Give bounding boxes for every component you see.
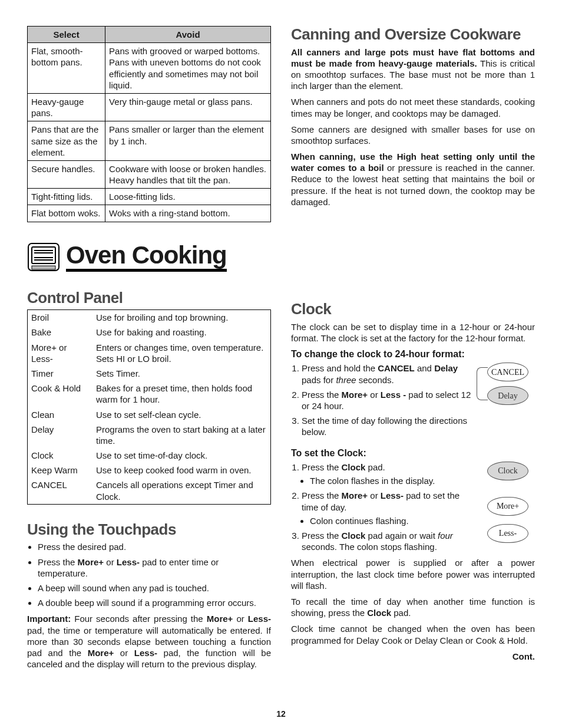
table-row: Cook & HoldBakes for a preset time, then…	[28, 381, 271, 407]
touchpads-heading: Using the Touchpads	[27, 521, 271, 538]
oven-icon	[27, 242, 60, 273]
connector-line	[477, 367, 488, 400]
list-item: Press the More+ or Less- pad to set the …	[302, 490, 477, 526]
list-item: A beep will sound when any pad is touche…	[38, 582, 271, 594]
table-row: More+ or Less-Enters or changes time, ov…	[28, 340, 271, 366]
clock-intro: The clock can be set to display time in …	[291, 321, 535, 344]
more-pad-icon: More+	[487, 497, 528, 516]
table-row: DelayPrograms the oven to start baking a…	[28, 422, 271, 448]
delay-pad-icon: Delay	[487, 386, 528, 405]
list-item: Press the Clock pad again or wait four s…	[302, 530, 477, 552]
canning-p3: Some canners are designed with smaller b…	[291, 124, 535, 146]
table-row: Pans that are the same size as the eleme…	[28, 121, 271, 161]
table-row: BroilUse for broiling and top browning.	[28, 310, 271, 325]
control-panel-table: BroilUse for broiling and top browning.B…	[27, 309, 271, 505]
clock-steps-24h: Press and hold the CANCEL and Delay pads…	[302, 363, 477, 437]
table-row: Keep WarmUse to keep cooked food warm in…	[28, 463, 271, 477]
list-item: Set the time of day following the direct…	[302, 415, 477, 437]
cookware-header-avoid: Avoid	[105, 27, 271, 43]
list-item: Press the More+ or Less- pad to enter ti…	[38, 556, 271, 579]
svg-rect-6	[32, 266, 55, 269]
less-pad-icon: Less-	[487, 524, 528, 543]
page-number: 12	[0, 709, 562, 720]
oven-cooking-banner: Oven Cooking	[27, 242, 271, 273]
canning-heading: Canning and Oversize Cookware	[291, 26, 535, 43]
list-item: A double beep will sound if a programmin…	[38, 597, 271, 608]
oven-cooking-title: Oven Cooking	[66, 243, 227, 272]
clock-after-2: To recall the time of day when another t…	[291, 596, 535, 618]
list-item: Press the Clock pad.The colon flashes in…	[302, 462, 477, 486]
list-item: Press and hold the CANCEL and Delay pads…	[302, 363, 477, 385]
clock-steps-set: Press the Clock pad.The colon flashes in…	[302, 462, 477, 552]
clock-after-3: Clock time cannot be changed when the ov…	[291, 623, 535, 645]
control-panel-heading: Control Panel	[27, 289, 271, 307]
canning-p2: When canners and pots do not meet these …	[291, 96, 535, 118]
table-row: CleanUse to set self-clean cycle.	[28, 407, 271, 422]
clock-sub1: To change the clock to 24-hour format:	[291, 348, 535, 360]
list-item: Press the More+ or Less - pad to select …	[302, 389, 477, 411]
left-column: Select Avoid Flat, smooth-bottom pans.Pa…	[27, 26, 271, 674]
cancel-pad-icon: CANCEL	[487, 363, 528, 381]
clock-sub2: To set the Clock:	[291, 447, 535, 459]
clock-after-1: When electrical power is supplied or aft…	[291, 557, 535, 591]
cookware-header-select: Select	[28, 27, 105, 43]
table-row: Tight-fitting lids.Loose-fitting lids.	[28, 189, 271, 205]
table-row: ClockUse to set time-of-day clock.	[28, 448, 271, 463]
table-row: BakeUse for baking and roasting.	[28, 325, 271, 340]
cookware-table: Select Avoid Flat, smooth-bottom pans.Pa…	[27, 26, 271, 222]
table-row: Heavy-gauge pans.Very thin-gauge metal o…	[28, 93, 271, 121]
table-row: Secure handles.Cookware with loose or br…	[28, 160, 271, 188]
canning-p1: All canners and large pots must have fla…	[291, 47, 535, 92]
right-column: Canning and Oversize Cookware All canner…	[291, 26, 535, 674]
table-row: Flat, smooth-bottom pans.Pans with groov…	[28, 43, 271, 94]
touchpads-list: Press the desired pad.Press the More+ or…	[38, 541, 271, 608]
cont-label: Cont.	[291, 651, 535, 662]
svg-rect-1	[32, 247, 55, 263]
table-row: CANCELCancels all operations except Time…	[28, 477, 271, 504]
table-row: TimerSets Timer.	[28, 366, 271, 381]
canning-p4: When canning, use the High heat setting …	[291, 151, 535, 207]
clock-heading: Clock	[291, 301, 535, 318]
table-row: Flat bottom woks.Woks with a ring-stand …	[28, 205, 271, 222]
touchpads-important: Important: Four seconds after pressing t…	[27, 613, 271, 670]
clock-pad-icon: Clock	[487, 462, 528, 480]
list-item: Press the desired pad.	[38, 541, 271, 552]
